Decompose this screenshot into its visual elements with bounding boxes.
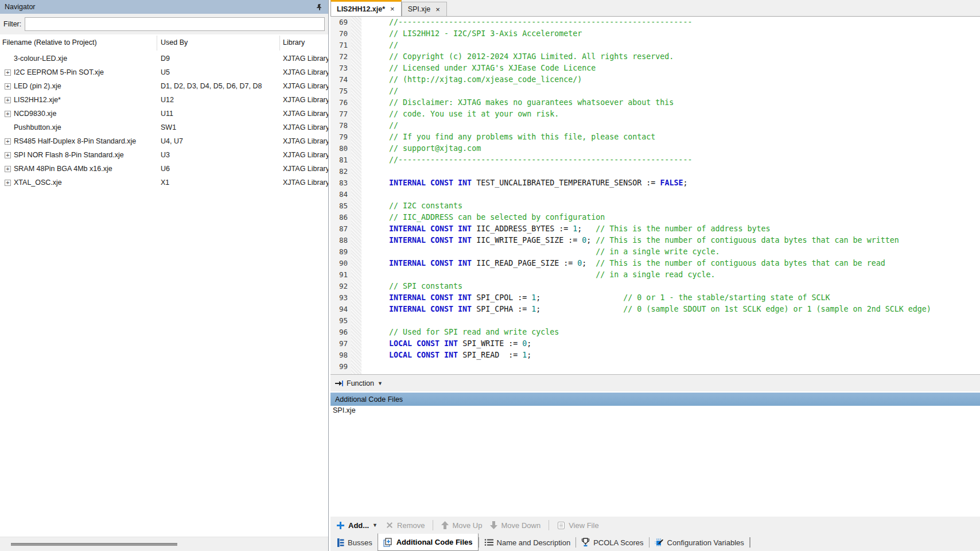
view-file-button[interactable]: View File	[557, 521, 599, 530]
code-text: // code. You use it at your own risk.	[361, 110, 559, 118]
file-name: NCD9830.xje	[14, 110, 56, 118]
library-value: XJTAG Library	[283, 179, 328, 187]
close-icon[interactable]: ×	[390, 5, 395, 13]
column-header-used-by[interactable]: Used By	[161, 38, 188, 46]
used-by-value: D9	[161, 55, 170, 63]
remove-button[interactable]: Remove	[386, 521, 425, 530]
file-row[interactable]: Pushbutton.xjeSW1XJTAG Library	[0, 121, 328, 135]
file-row[interactable]: 3-colour-LED.xjeD9XJTAG Library	[0, 52, 328, 66]
chevron-down-icon[interactable]: ▼	[378, 381, 383, 386]
additional-code-files-list: SPI.xje	[330, 406, 980, 517]
file-row[interactable]: +LIS2HH12.xje*U12XJTAG Library	[0, 94, 328, 107]
code-line: 74 // (http://xjtag.com/xjease_code_lice…	[330, 74, 980, 86]
additional-code-files-icon	[383, 538, 393, 547]
code-line: 78 //	[330, 120, 980, 131]
code-line: 82	[330, 166, 980, 177]
file-row[interactable]: +I2C EEPROM 5-Pin SOT.xjeU5XJTAG Library	[0, 66, 328, 80]
editor-tab-strip: LIS2HH12.xje*×SPI.xje×	[330, 0, 980, 16]
library-value: XJTAG Library	[283, 151, 328, 159]
tab-name-and-description[interactable]: Name and Description	[479, 534, 576, 551]
code-text: //	[361, 121, 398, 130]
code-text: // IIC_ADDRESS can be selected by config…	[361, 213, 605, 222]
pin-icon[interactable]	[316, 3, 324, 11]
tab-pcola-scores[interactable]: PCOLA Scores	[576, 534, 648, 551]
column-separator	[279, 36, 280, 51]
library-value: XJTAG Library	[283, 82, 328, 90]
code-line: 95	[330, 315, 980, 327]
scrollbar-thumb[interactable]	[11, 543, 177, 546]
code-line: 89 // in a single write cycle.	[330, 246, 980, 258]
column-header-library[interactable]: Library	[283, 38, 305, 46]
expand-icon[interactable]: +	[5, 69, 11, 76]
used-by-value: U5	[161, 68, 170, 76]
code-line: 91 // in a single read cycle.	[330, 269, 980, 281]
file-row[interactable]: +XTAL_OSC.xjeX1XJTAG Library	[0, 176, 328, 190]
view-file-icon	[557, 521, 565, 530]
toolbar-button-label: Move Up	[452, 521, 482, 530]
file-list: 3-colour-LED.xjeD9XJTAG Library+I2C EEPR…	[0, 52, 328, 190]
editor-tab[interactable]: LIS2HH12.xje*×	[330, 0, 402, 16]
tab-busses[interactable]: Busses	[332, 534, 378, 551]
expand-icon[interactable]: +	[5, 97, 11, 103]
expand-icon[interactable]: +	[5, 138, 11, 145]
code-text: INTERNAL CONST INT SPI_CPHA := 1; // 0 (…	[361, 305, 931, 313]
code-line: 79 // If you find any problems with this…	[330, 131, 980, 143]
additional-code-files-header: Additional Code Files	[330, 393, 980, 406]
code-line: 84	[330, 189, 980, 200]
acf-toolbar: Add...▼RemoveMove UpMove DownView File	[330, 517, 980, 534]
remove-icon	[386, 521, 394, 529]
code-text: INTERNAL CONST INT SPI_CPOL := 1; // 0 o…	[361, 293, 830, 302]
bottom-tab-label: Additional Code Files	[396, 538, 473, 546]
line-number: 82	[330, 167, 348, 176]
column-header-filename[interactable]: Filename (Relative to Project)	[2, 38, 97, 46]
expand-icon[interactable]: +	[5, 111, 11, 117]
used-by-value: U4, U7	[161, 137, 183, 145]
library-value: XJTAG Library	[283, 137, 328, 145]
toolbar-button-label: Remove	[397, 521, 425, 530]
horizontal-scrollbar[interactable]	[0, 537, 328, 551]
expand-icon[interactable]: +	[5, 166, 11, 172]
line-number: 70	[330, 29, 348, 38]
line-number: 75	[330, 87, 348, 95]
filter-label: Filter:	[3, 20, 21, 28]
code-text: INTERNAL CONST INT TEST_UNCALIBRATED_TEM…	[361, 179, 687, 187]
used-by-value: SW1	[161, 123, 176, 131]
used-by-value: U11	[161, 110, 173, 118]
bottom-tab-label: PCOLA Scores	[593, 538, 643, 547]
line-number: 88	[330, 236, 348, 245]
code-text: INTERNAL CONST INT IIC_ADDRESS_BYTES := …	[361, 224, 771, 233]
expand-icon[interactable]: +	[5, 83, 11, 90]
line-number: 92	[330, 282, 348, 290]
file-name: SPI NOR Flash 8-Pin Standard.xje	[14, 151, 124, 159]
file-row[interactable]: +SPI NOR Flash 8-Pin Standard.xjeU3XJTAG…	[0, 149, 328, 162]
function-dropdown[interactable]: Function	[347, 379, 374, 387]
code-line: 93 INTERNAL CONST INT SPI_CPOL := 1; // …	[330, 292, 980, 304]
filter-input[interactable]	[25, 17, 325, 31]
file-row[interactable]: +LED (pin 2).xjeD1, D2, D3, D4, D5, D6, …	[0, 80, 328, 94]
line-number: 94	[330, 305, 348, 313]
navigator-panel: Navigator Filter: Filename (Relative to …	[0, 0, 329, 551]
code-file-item[interactable]: SPI.xje	[330, 406, 980, 416]
file-name: SRAM 48Pin BGA 4Mb x16.xje	[14, 165, 112, 173]
editor-tab[interactable]: SPI.xje×	[402, 2, 447, 16]
tab-configuration-variables[interactable]: Configuration Variables	[650, 534, 749, 551]
chevron-down-icon[interactable]: ▼	[372, 522, 378, 528]
add-button[interactable]: Add...▼	[336, 521, 378, 530]
tab-additional-code-files[interactable]: Additional Code Files	[378, 533, 479, 551]
editor-tab-label: LIS2HH12.xje*	[337, 5, 385, 13]
file-row[interactable]: +NCD9830.xjeU11XJTAG Library	[0, 107, 328, 121]
line-number: 97	[330, 339, 348, 348]
code-editor[interactable]: 69 //-----------------------------------…	[330, 16, 980, 374]
move-down-button[interactable]: Move Down	[490, 521, 540, 530]
file-row[interactable]: +RS485 Half-Duplex 8-Pin Standard.xjeU4,…	[0, 135, 328, 149]
line-number: 86	[330, 213, 348, 222]
line-number: 71	[330, 41, 348, 49]
expand-icon[interactable]: +	[5, 180, 11, 186]
column-separator	[157, 36, 157, 51]
name-description-icon	[484, 538, 493, 546]
close-icon[interactable]: ×	[435, 5, 441, 14]
move-up-button[interactable]: Move Up	[441, 521, 482, 530]
file-row[interactable]: +SRAM 48Pin BGA 4Mb x16.xjeU6XJTAG Libra…	[0, 162, 328, 176]
expand-icon[interactable]: +	[5, 152, 11, 158]
file-name: LED (pin 2).xje	[14, 82, 61, 90]
